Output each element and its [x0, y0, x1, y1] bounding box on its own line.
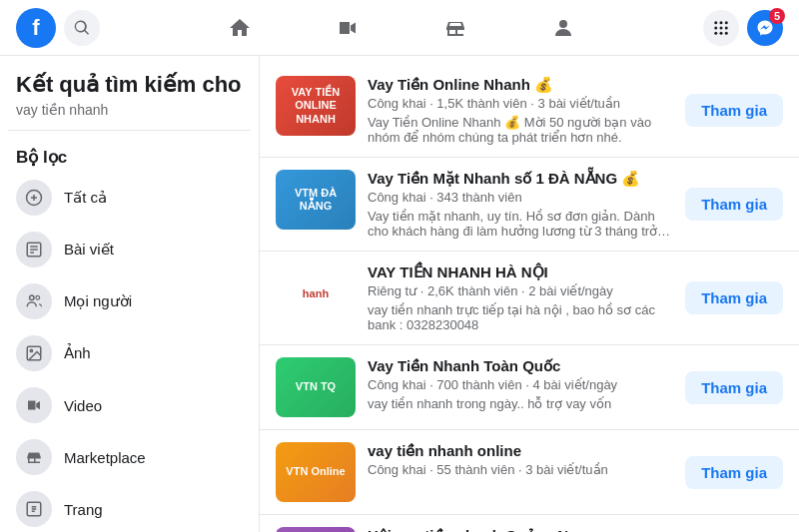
- thumb-text: VTM ĐÀ NẴNG: [276, 183, 356, 217]
- messenger-badge: 5: [769, 8, 785, 24]
- sidebar-item-people[interactable]: Mọi người: [8, 275, 251, 327]
- group-name: VAY TIỀN NHANH HÀ NỘI: [368, 264, 673, 281]
- sidebar-video-label: Video: [64, 397, 102, 414]
- photos-icon: [16, 335, 52, 371]
- group-desc: Vay tiền mặt nhanh, uy tín. Hồ sơ đơn gi…: [368, 209, 673, 239]
- sidebar-divider: [8, 130, 251, 131]
- group-thumbnail: QNam: [276, 527, 356, 532]
- sidebar-posts-label: Bài viết: [64, 241, 114, 259]
- thumb-text: hanh: [299, 283, 333, 303]
- svg-point-2: [720, 21, 723, 24]
- svg-point-8: [720, 31, 723, 34]
- sidebar-pages-label: Trang: [64, 501, 103, 518]
- group-item: VTM ĐÀ NẴNG Vay Tiền Mặt Nhanh số 1 ĐÀ N…: [260, 158, 799, 252]
- join-group-button[interactable]: Tham gia: [685, 456, 783, 489]
- group-desc: vay tiền nhanh trực tiếp tại hà nội , ba…: [368, 302, 673, 332]
- nav-home-button[interactable]: [188, 4, 292, 52]
- group-meta: Công khai · 343 thành viên: [368, 190, 673, 205]
- people-icon: [16, 283, 52, 319]
- svg-point-15: [30, 295, 35, 300]
- thumb-text: VTN TQ: [292, 376, 340, 397]
- group-meta: Công khai · 55 thành viên · 3 bài viết/t…: [368, 462, 673, 477]
- all-icon: [16, 180, 52, 216]
- group-thumbnail: VAY TIỀN ONLINE NHANH: [276, 76, 356, 136]
- svg-point-0: [559, 20, 567, 28]
- group-info: vay tiền nhanh online Công khai · 55 thà…: [368, 442, 673, 481]
- group-item: VTN Online vay tiền nhanh online Công kh…: [260, 430, 799, 515]
- group-info: Vay Tiền Mặt Nhanh số 1 ĐÀ NẴNG 💰 Công k…: [368, 170, 673, 239]
- group-thumbnail: VTN TQ: [276, 357, 356, 417]
- group-info: VAY TIỀN NHANH HÀ NỘI Riêng tư · 2,6K th…: [368, 264, 673, 332]
- group-name: Vay Tiền Mặt Nhanh số 1 ĐÀ NẴNG 💰: [368, 170, 673, 188]
- group-info: Hội vay tiền nhanh Quảng Nam Công khai ·…: [368, 527, 673, 532]
- join-group-button[interactable]: Tham gia: [685, 94, 783, 127]
- sidebar-people-label: Mọi người: [64, 292, 132, 310]
- sidebar-item-pages[interactable]: Trang: [8, 483, 251, 532]
- group-name: vay tiền nhanh online: [368, 442, 673, 460]
- sidebar-marketplace-label: Marketplace: [64, 449, 146, 466]
- group-thumbnail: VTM ĐÀ NẴNG: [276, 170, 356, 230]
- group-thumbnail: hanh: [276, 264, 356, 323]
- sidebar-all-label: Tất cả: [64, 189, 107, 207]
- main-layout: Kết quả tìm kiếm cho vay tiền nhanh Bộ l…: [0, 56, 799, 532]
- svg-point-3: [725, 21, 728, 24]
- group-meta: Công khai · 1,5K thành viên · 3 bài viết…: [368, 96, 673, 111]
- thumb-text: VTN Online: [282, 461, 349, 482]
- group-name: Vay Tiền Nhanh Toàn Quốc: [368, 357, 673, 375]
- svg-point-5: [720, 26, 723, 29]
- sidebar-item-marketplace[interactable]: Marketplace: [8, 431, 251, 483]
- posts-icon: [16, 232, 52, 267]
- sidebar: Kết quả tìm kiếm cho vay tiền nhanh Bộ l…: [0, 56, 260, 532]
- group-item: hanh VAY TIỀN NHANH HÀ NỘI Riêng tư · 2,…: [260, 252, 799, 345]
- pages-icon: [16, 491, 52, 527]
- thumb-text: VAY TIỀN ONLINE NHANH: [276, 82, 356, 130]
- group-item: VAY TIỀN ONLINE NHANH Vay Tiền Online Nh…: [260, 64, 799, 158]
- group-info: Vay Tiền Online Nhanh 💰 Công khai · 1,5K…: [368, 76, 673, 145]
- video-icon: [16, 387, 52, 423]
- messenger-button[interactable]: 5: [747, 10, 783, 46]
- group-desc: Vay Tiền Online Nhanh 💰 Mời 50 người bạn…: [368, 115, 673, 145]
- group-thumbnail: VTN Online: [276, 442, 356, 502]
- join-group-button[interactable]: Tham gia: [685, 371, 783, 404]
- group-item: QNam Hội vay tiền nhanh Quảng Nam Công k…: [260, 515, 799, 532]
- group-name: Hội vay tiền nhanh Quảng Nam: [368, 527, 673, 532]
- svg-point-9: [725, 31, 728, 34]
- group-meta: Riêng tư · 2,6K thành viên · 2 bài viết/…: [368, 283, 673, 298]
- search-button[interactable]: [64, 10, 100, 46]
- sidebar-title: Kết quả tìm kiếm cho: [8, 72, 251, 98]
- filter-label: Bộ lọc: [8, 139, 251, 172]
- sidebar-photos-label: Ảnh: [64, 344, 91, 362]
- svg-point-18: [30, 349, 32, 351]
- join-group-button[interactable]: Tham gia: [685, 281, 783, 314]
- nav-marketplace-button[interactable]: [403, 4, 507, 52]
- nav-video-button[interactable]: [296, 4, 400, 52]
- svg-point-6: [725, 26, 728, 29]
- group-item: VTN TQ Vay Tiền Nhanh Toàn Quốc Công kha…: [260, 345, 799, 430]
- sidebar-item-all[interactable]: Tất cả: [8, 172, 251, 224]
- top-nav: f 5: [0, 0, 799, 56]
- sidebar-item-posts[interactable]: Bài viết: [8, 224, 251, 275]
- svg-point-4: [714, 26, 717, 29]
- sidebar-item-videos[interactable]: Video: [8, 379, 251, 431]
- marketplace-icon: [16, 439, 52, 475]
- sidebar-query: vay tiền nhanh: [8, 102, 251, 118]
- svg-point-1: [714, 21, 717, 24]
- nav-profile-button[interactable]: [511, 4, 615, 52]
- join-group-button[interactable]: Tham gia: [685, 188, 783, 221]
- svg-point-16: [36, 295, 40, 299]
- group-name: Vay Tiền Online Nhanh 💰: [368, 76, 673, 94]
- group-info: Vay Tiền Nhanh Toàn Quốc Công khai · 700…: [368, 357, 673, 411]
- groups-content: VAY TIỀN ONLINE NHANH Vay Tiền Online Nh…: [260, 56, 799, 532]
- group-desc: vay tiền nhanh trong ngày.. hỗ trợ vay v…: [368, 396, 673, 411]
- sidebar-item-photos[interactable]: Ảnh: [8, 327, 251, 379]
- facebook-logo[interactable]: f: [16, 8, 56, 48]
- svg-point-7: [714, 31, 717, 34]
- group-meta: Công khai · 700 thành viên · 4 bài viết/…: [368, 377, 673, 392]
- apps-button[interactable]: [703, 10, 739, 46]
